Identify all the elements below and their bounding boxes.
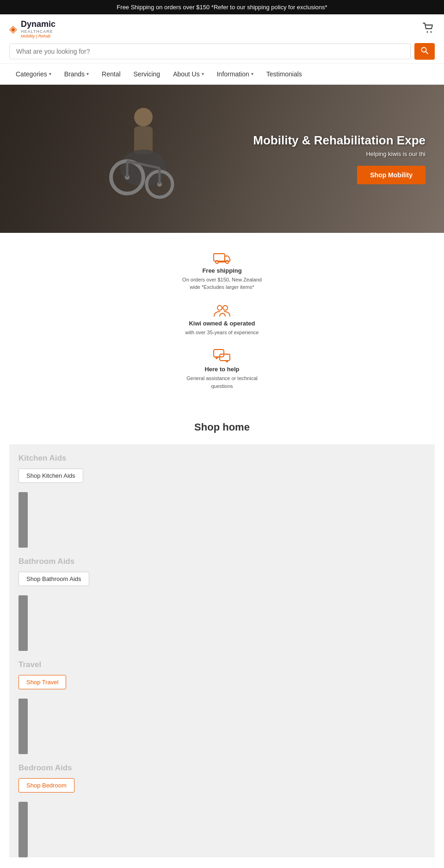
svg-rect-20 [214, 350, 224, 357]
feature-kiwi-owned-title: Kiwi owned & operated [180, 320, 264, 327]
travel-image [18, 699, 28, 754]
kitchen-aids-image [18, 492, 28, 548]
logo-main-text: Dynamic [21, 20, 56, 29]
feature-help-title: Here to help [180, 366, 264, 373]
svg-point-18 [217, 306, 222, 310]
features-section: Free shipping On orders over $150, New Z… [171, 233, 273, 412]
navbar: Categories ▾ Brands ▾ Rental Servicing A… [0, 64, 444, 85]
shop-category-kitchen-aids: Kitchen Aids Shop Kitchen Aids [9, 444, 435, 548]
nav-item-brands[interactable]: Brands ▾ [58, 64, 95, 84]
shop-home-title: Shop home [9, 421, 435, 433]
shop-category-travel: Travel Shop Travel [9, 651, 435, 754]
header: ◈ Dynamic HEALTHCARE Mobility | Rehab [0, 14, 444, 64]
logo-sub-text: HEALTHCARE [21, 29, 56, 34]
logo[interactable]: ◈ Dynamic HEALTHCARE Mobility | Rehab [9, 20, 56, 38]
nav-item-servicing[interactable]: Servicing [127, 64, 167, 84]
chevron-down-icon: ▾ [202, 71, 204, 76]
feature-help-desc: General assistance or technical question… [180, 375, 264, 390]
users-icon [213, 304, 231, 317]
shop-kitchen-aids-button[interactable]: Shop Kitchen Aids [18, 468, 83, 483]
bedroom-aids-label: Bedroom Aids [18, 763, 426, 773]
bathroom-aids-label: Bathroom Aids [18, 557, 426, 566]
cart-icon[interactable] [423, 23, 435, 36]
feature-here-to-help: Here to help General assistance or techn… [180, 349, 264, 390]
top-banner: Free Shipping on orders over $150 *Refer… [0, 0, 444, 14]
truck-icon [213, 251, 231, 264]
feature-kiwi-owned-desc: with over 35-years of experience [180, 329, 264, 337]
kitchen-aids-label: Kitchen Aids [18, 454, 426, 463]
feature-free-shipping: Free shipping On orders over $150, New Z… [180, 251, 264, 291]
chevron-down-icon: ▾ [49, 71, 51, 76]
nav-item-information[interactable]: Information ▾ [210, 64, 260, 84]
search-input[interactable] [9, 44, 411, 59]
svg-point-1 [431, 31, 432, 32]
svg-line-3 [426, 51, 428, 54]
banner-text: Free Shipping on orders over $150 *Refer… [117, 4, 327, 11]
hero-shop-mobility-button[interactable]: Shop Mobility [357, 166, 426, 184]
logo-tagline: Mobility | Rehab [21, 34, 56, 38]
nav-item-about-us[interactable]: About Us ▾ [166, 64, 210, 84]
bedroom-aids-image [18, 802, 28, 857]
feature-free-shipping-desc: On orders over $150, New Zealand wide *E… [180, 276, 264, 291]
travel-label: Travel [18, 660, 426, 669]
bathroom-aids-image [18, 595, 28, 651]
shop-category-bedroom-aids: Bedroom Aids Shop Bedroom [9, 754, 435, 857]
hero-subtitle: Helping kiwis is our thi [253, 150, 426, 157]
feature-kiwi-owned: Kiwi owned & operated with over 35-years… [180, 304, 264, 337]
shop-travel-button[interactable]: Shop Travel [18, 675, 66, 689]
hero-title: Mobility & Rehabilitation Expe [253, 133, 426, 148]
hero-banner: Mobility & Rehabilitation Expe Helping k… [0, 85, 444, 233]
logo-icon: ◈ [9, 23, 17, 35]
nav-item-rental[interactable]: Rental [95, 64, 127, 84]
nav-item-testimonials[interactable]: Testimonials [260, 64, 308, 84]
chat-icon [213, 349, 231, 363]
search-button[interactable] [414, 43, 435, 60]
chevron-down-icon: ▾ [86, 71, 89, 76]
svg-rect-14 [214, 254, 225, 261]
feature-free-shipping-title: Free shipping [180, 267, 264, 274]
chevron-down-icon: ▾ [251, 71, 253, 76]
shop-home-section: Shop home Kitchen Aids Shop Kitchen Aids… [0, 412, 444, 857]
shop-bedroom-button[interactable]: Shop Bedroom [18, 778, 74, 793]
shop-bathroom-aids-button[interactable]: Shop Bathroom Aids [18, 572, 89, 586]
svg-rect-21 [220, 354, 230, 361]
svg-point-4 [134, 108, 153, 126]
svg-point-0 [427, 31, 428, 32]
hero-content: Mobility & Rehabilitation Expe Helping k… [253, 133, 426, 184]
shop-category-bathroom-aids: Bathroom Aids Shop Bathroom Aids [9, 548, 435, 651]
nav-item-categories[interactable]: Categories ▾ [9, 64, 58, 84]
svg-point-19 [223, 306, 228, 310]
